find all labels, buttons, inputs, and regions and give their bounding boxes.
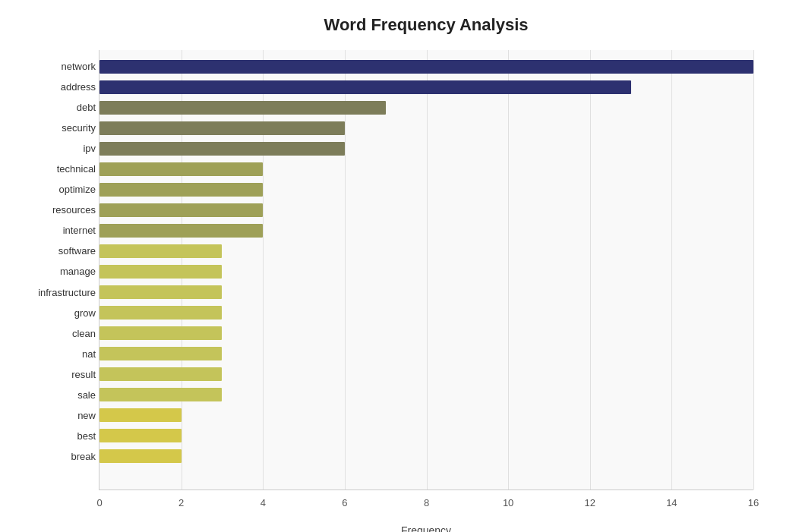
bar-label: manage xyxy=(8,266,96,277)
bar-label: infrastructure xyxy=(8,287,96,298)
bar-row: new xyxy=(99,408,753,423)
bar-row: ipv xyxy=(99,141,753,156)
bar-label: debt xyxy=(8,102,96,113)
x-tick-label: 12 xyxy=(585,497,595,508)
grid-line xyxy=(753,50,754,490)
bar-row: optimize xyxy=(99,182,753,197)
bar-row: nat xyxy=(99,346,753,361)
bar-label: result xyxy=(8,369,96,380)
bar-label: network xyxy=(8,61,96,72)
bar xyxy=(99,80,631,94)
bar-label: ipv xyxy=(8,143,96,154)
bar-row: result xyxy=(99,367,753,382)
bar-label: security xyxy=(8,122,96,134)
bar-label: break xyxy=(8,451,96,462)
bar-row: network xyxy=(99,59,753,74)
bar-label: grow xyxy=(8,307,96,319)
bar xyxy=(99,306,222,320)
bar-row: sale xyxy=(99,387,753,402)
x-tick-label: 10 xyxy=(503,497,513,508)
x-tick-label: 6 xyxy=(342,497,347,508)
bar-row: address xyxy=(99,80,753,95)
bar xyxy=(99,121,345,135)
bar xyxy=(99,429,182,442)
bar xyxy=(99,388,222,401)
bars-container: networkaddressdebtsecurityipvtechnicalop… xyxy=(99,56,753,467)
bar-row: break xyxy=(99,449,753,464)
x-axis-label: Frequency xyxy=(99,524,753,532)
bar-row: technical xyxy=(99,162,753,177)
bar-label: internet xyxy=(8,225,96,236)
x-tick-label: 0 xyxy=(96,497,102,508)
bar-row: security xyxy=(99,121,753,136)
bar-row: software xyxy=(99,244,753,259)
bar-label: software xyxy=(8,245,96,257)
bar-row: manage xyxy=(99,264,753,279)
bar xyxy=(99,408,182,422)
x-tick-label: 4 xyxy=(261,497,266,508)
bar xyxy=(99,60,753,74)
bar-row: resources xyxy=(99,203,753,218)
bar xyxy=(99,224,263,238)
bar xyxy=(99,101,386,115)
x-tick-label: 2 xyxy=(178,497,184,508)
bar-label: best xyxy=(8,430,96,442)
bar xyxy=(99,285,222,299)
bar-label: nat xyxy=(8,348,96,360)
bar-label: address xyxy=(8,81,96,93)
bar-row: internet xyxy=(99,223,753,238)
bar xyxy=(99,449,182,463)
bar-label: sale xyxy=(8,389,96,401)
bar xyxy=(99,244,222,258)
bar xyxy=(99,347,222,360)
x-tick-label: 8 xyxy=(424,497,429,508)
bar xyxy=(99,326,222,340)
bar xyxy=(99,183,263,197)
bar xyxy=(99,203,263,217)
bar-label: clean xyxy=(8,328,96,339)
chart-container: Word Frequency Analysis 0246810121416 ne… xyxy=(0,0,799,532)
bar xyxy=(99,265,222,279)
bar-label: technical xyxy=(8,163,96,175)
bar xyxy=(99,162,263,176)
x-tick-label: 14 xyxy=(666,497,677,508)
chart-title: Word Frequency Analysis xyxy=(99,15,753,35)
bar-label: resources xyxy=(8,204,96,216)
bar-label: new xyxy=(8,410,96,421)
bar-row: clean xyxy=(99,326,753,341)
bar-row: best xyxy=(99,428,753,443)
bar xyxy=(99,142,345,156)
chart-area: 0246810121416 networkaddressdebtsecurity… xyxy=(99,50,753,490)
bar-row: infrastructure xyxy=(99,285,753,300)
x-tick-label: 16 xyxy=(748,497,759,508)
bar xyxy=(99,367,222,381)
bar-label: optimize xyxy=(8,184,96,195)
bar-row: grow xyxy=(99,305,753,320)
bar-row: debt xyxy=(99,100,753,115)
